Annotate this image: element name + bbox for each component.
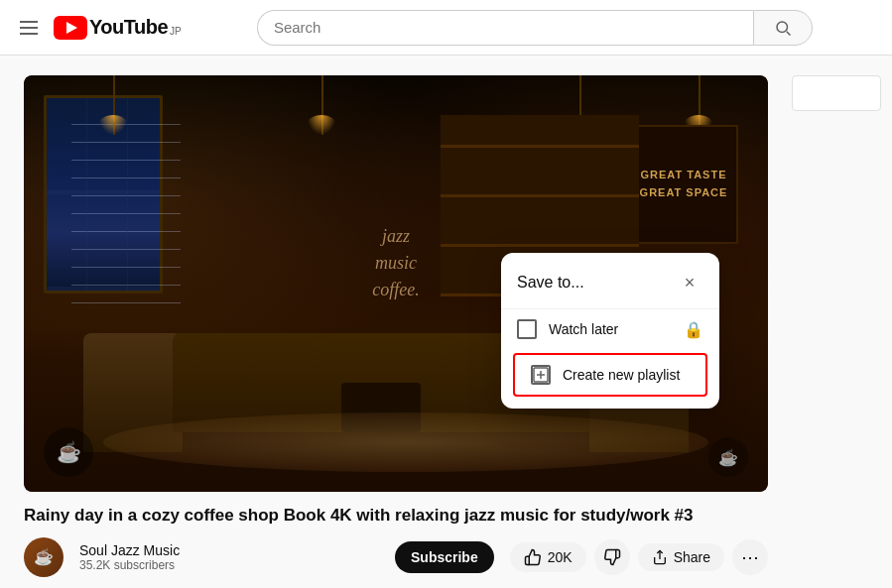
channel-subscribers: 35.2K subscribers (79, 558, 379, 572)
cafe-text-overlay: jazz music coffee. (372, 223, 419, 303)
watch-later-label: Watch later (549, 321, 672, 337)
search-button[interactable] (753, 10, 813, 46)
share-icon (652, 549, 668, 565)
video-title: Rainy day in a cozy coffee shop Book 4K … (24, 504, 768, 528)
search-icon (774, 19, 792, 37)
youtube-logo[interactable]: YouTube JP (54, 16, 182, 40)
wall-sign: GREAT TASTE GREAT SPACE (629, 125, 738, 244)
rug (103, 412, 708, 472)
dislike-button[interactable] (594, 539, 630, 575)
watch-later-checkbox[interactable] (517, 319, 537, 339)
youtube-icon (54, 16, 87, 40)
add-playlist-icon (531, 365, 551, 385)
more-options-button[interactable]: ⋯ (732, 539, 768, 575)
sidebar-search-box (792, 75, 881, 111)
sidebar (792, 75, 881, 577)
save-modal: Save to... × Watch later 🔒 Create new pl… (501, 253, 719, 409)
main-content: GREAT TASTE GREAT SPACE jazz music coffe… (0, 56, 892, 588)
header-left: YouTube JP (16, 16, 182, 40)
shop-logo-right: ☕ (708, 437, 748, 477)
youtube-country: JP (170, 26, 182, 37)
lock-icon: 🔒 (684, 320, 703, 339)
ellipsis-icon: ⋯ (741, 546, 759, 568)
svg-line-3 (787, 31, 791, 35)
search-input[interactable] (257, 10, 753, 46)
modal-header: Save to... × (501, 253, 719, 309)
watch-later-item[interactable]: Watch later 🔒 (501, 309, 719, 349)
thumbs-up-icon (524, 548, 542, 566)
subscribe-button[interactable]: Subscribe (395, 541, 494, 573)
modal-close-button[interactable]: × (676, 269, 703, 296)
create-playlist-item[interactable]: Create new playlist (513, 353, 707, 397)
channel-info: Soul Jazz Music 35.2K subscribers (79, 542, 379, 572)
create-playlist-label: Create new playlist (563, 367, 680, 383)
thumbs-down-icon (603, 548, 621, 566)
header: YouTube JP (0, 0, 892, 56)
shop-logo-left: ☕ (44, 427, 93, 477)
channel-avatar: ☕ (24, 537, 64, 577)
video-meta: ☕ Soul Jazz Music 35.2K subscribers Subs… (24, 537, 768, 577)
youtube-wordmark: YouTube (89, 16, 168, 39)
channel-name[interactable]: Soul Jazz Music (79, 542, 379, 558)
like-count: 20K (548, 549, 573, 565)
svg-point-2 (777, 22, 788, 33)
like-button[interactable]: 20K (510, 542, 586, 572)
share-button[interactable]: Share (638, 543, 724, 571)
share-label: Share (674, 549, 710, 565)
action-buttons: 20K Share ⋯ (510, 539, 768, 575)
search-bar (257, 10, 813, 46)
menu-button[interactable] (16, 17, 42, 39)
modal-title: Save to... (517, 274, 584, 292)
